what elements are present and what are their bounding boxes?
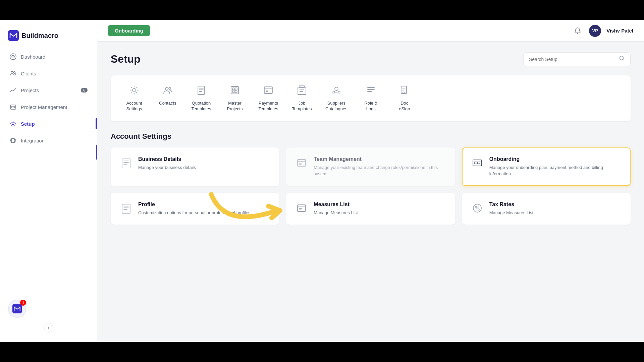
svg-rect-38 [298, 205, 306, 212]
clients-icon [9, 70, 17, 77]
nav-icon-label: Role &Logs [364, 101, 377, 112]
notification-icon[interactable] [572, 25, 584, 37]
search-input[interactable] [529, 57, 615, 62]
nav-icon-account-settings[interactable]: AccountSettings [117, 81, 151, 116]
svg-point-16 [132, 88, 136, 92]
svg-rect-33 [122, 159, 130, 168]
page-body: Setup AccountSettings [97, 42, 644, 342]
card-content: Profile Customization options for person… [138, 201, 271, 216]
tax-rates-icon [471, 201, 484, 215]
card-desc: Manage your onboarding plan, payment met… [489, 164, 622, 177]
card-title: Team Management [314, 156, 446, 162]
nav-icon-label: DoceSign [399, 101, 410, 112]
sidebar-item-integration[interactable]: Integration [4, 133, 93, 148]
user-avatar[interactable]: VP [589, 25, 601, 37]
project-management-icon [9, 103, 17, 111]
nav-icon-label: QuotationTemplates [191, 101, 211, 112]
account-settings-icon [129, 85, 140, 98]
sidebar-item-project-management[interactable]: Project Management [4, 99, 93, 115]
profile-icon [119, 201, 133, 215]
sidebar-item-label: Integration [21, 138, 45, 143]
card-content: Business Details Manage your business de… [138, 156, 271, 171]
payments-templates-icon [263, 85, 274, 98]
sidebar-collapse-button[interactable]: ‹ [44, 323, 53, 333]
svg-rect-6 [10, 105, 16, 109]
svg-rect-24 [235, 90, 237, 93]
card-team-management[interactable]: Team Management Manage your existing tea… [286, 147, 455, 186]
svg-point-8 [13, 107, 13, 108]
svg-rect-37 [122, 204, 130, 214]
svg-rect-34 [298, 160, 306, 166]
nav-icon-label: JobTemplates [292, 101, 312, 112]
nav-icon-suppliers-catalogues[interactable]: SuppliersCatalogues [319, 81, 354, 116]
team-management-icon [295, 156, 308, 170]
svg-rect-22 [235, 88, 237, 90]
onboarding-icon [471, 156, 484, 170]
nav-icon-master-projects[interactable]: MasterProjects [218, 81, 252, 116]
sidebar-item-label: Dashboard [21, 54, 45, 60]
card-desc: Customization options for personal or pr… [138, 209, 271, 216]
search-box[interactable] [523, 52, 631, 66]
nav-icon-payments-templates[interactable]: PaymentsTemplates [252, 81, 285, 116]
projects-badge: 6 [81, 88, 88, 93]
job-templates-icon [297, 85, 307, 98]
search-icon [619, 55, 625, 63]
nav-icon-role-logs[interactable]: Role &Logs [354, 81, 388, 116]
top-bar: Onboarding VP Vishv Patel [97, 20, 644, 42]
svg-rect-36 [474, 162, 478, 164]
sidebar-item-projects[interactable]: Projects 6 [4, 82, 93, 98]
business-details-icon [119, 156, 133, 170]
suppliers-catalogues-icon [331, 85, 342, 98]
svg-point-13 [10, 137, 16, 144]
nav-icon-quotation-templates[interactable]: QuotationTemplates [184, 81, 218, 116]
sidebar-item-dashboard[interactable]: Dashboard [4, 49, 93, 64]
nav-icons-row: AccountSettings Contacts QuotationTempla… [111, 75, 631, 121]
sidebar-nav: Dashboard Clients Projects 6 [0, 49, 97, 297]
setup-icon [9, 120, 17, 127]
svg-rect-26 [266, 90, 268, 92]
svg-rect-21 [232, 88, 234, 90]
svg-rect-19 [198, 86, 205, 95]
section-title: Account Settings [111, 132, 631, 141]
svg-point-3 [13, 56, 13, 57]
card-onboarding[interactable]: Onboarding Manage your onboarding plan, … [462, 147, 631, 186]
card-title: Profile [138, 201, 271, 207]
measures-list-icon [295, 201, 308, 215]
card-title: Business Details [138, 156, 271, 162]
nav-icon-doc-esign[interactable]: DoceSign [388, 81, 421, 116]
card-desc: Manage your existing team and change rol… [314, 164, 446, 177]
onboarding-button[interactable]: Onboarding [108, 25, 150, 36]
card-profile[interactable]: Profile Customization options for person… [111, 193, 279, 225]
dashboard-icon [9, 53, 17, 60]
card-tax-rates[interactable]: Tax Rates Manage Measures List [462, 193, 631, 225]
card-business-details[interactable]: Business Details Manage your business de… [111, 147, 279, 186]
page-header: Setup [111, 52, 631, 66]
contacts-icon [162, 85, 173, 98]
sidebar-bottom-logo[interactable]: 1 [8, 300, 26, 318]
card-measures-list[interactable]: Measures List Manage Measures List [286, 193, 455, 225]
role-logs-icon [366, 85, 376, 98]
quotation-templates-icon [196, 85, 207, 98]
svg-point-17 [165, 87, 168, 90]
user-name[interactable]: Vishv Patel [606, 28, 633, 34]
notification-count-badge: 1 [20, 300, 26, 306]
doc-esign-icon [399, 85, 410, 98]
projects-icon [9, 86, 17, 94]
sidebar-item-clients[interactable]: Clients [4, 66, 93, 81]
sidebar-item-setup[interactable]: Setup [4, 116, 93, 131]
main-content: Onboarding VP Vishv Patel Setup [97, 20, 644, 342]
cards-grid: Business Details Manage your business de… [111, 147, 631, 225]
nav-icon-job-templates[interactable]: JobTemplates [285, 81, 319, 116]
svg-rect-28 [298, 87, 306, 95]
svg-point-5 [14, 72, 15, 73]
nav-icon-label: MasterProjects [227, 101, 243, 112]
card-content: Measures List Manage Measures List [314, 201, 446, 216]
svg-point-31 [338, 91, 340, 93]
svg-point-9 [14, 107, 15, 108]
card-desc: Manage your business details [138, 164, 271, 171]
svg-point-7 [11, 107, 12, 108]
nav-icon-contacts[interactable]: Contacts [151, 81, 184, 116]
svg-rect-32 [401, 86, 407, 94]
card-desc: Manage Measures List [314, 209, 446, 216]
page-title: Setup [111, 53, 141, 65]
